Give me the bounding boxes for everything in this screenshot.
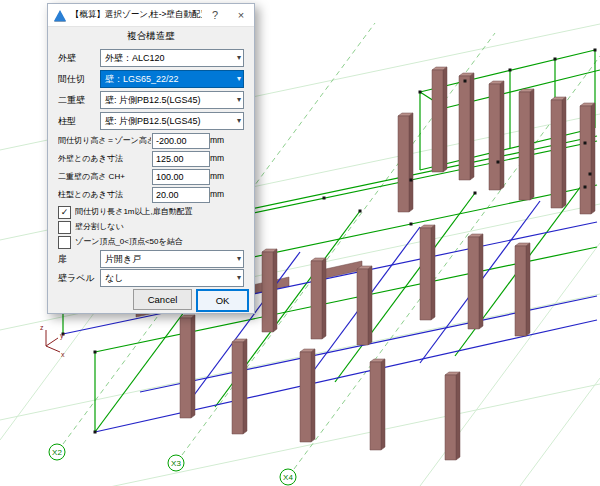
merge-vertices-checkbox-label: ゾーン頂点_0<頂点<50を結合 bbox=[75, 235, 250, 248]
axis-bubble-x3[interactable]: X3 bbox=[168, 455, 184, 471]
no-wall-split-checkbox-label: 壁分割しない bbox=[75, 220, 250, 233]
unit-mm: mm bbox=[210, 169, 224, 184]
partition-height-label: 間仕切り高さ＝ゾーン高さ bbox=[58, 133, 151, 148]
wall-label-select[interactable]: なし ▾ bbox=[100, 269, 244, 287]
double-wall-label: 二重壁 bbox=[58, 91, 85, 109]
axis-label-x2: X2 bbox=[52, 448, 62, 457]
partition-height-input[interactable] bbox=[152, 133, 210, 149]
dropdown-arrow-icon[interactable]: ▾ bbox=[237, 50, 241, 66]
outer-wall-select[interactable]: 外壁：ALC120 ▾ bbox=[100, 49, 244, 67]
double-wall-select[interactable]: 壁: 片側PB12.5(LGS45) ▾ bbox=[100, 91, 244, 109]
no-wall-split-checkbox[interactable] bbox=[58, 221, 71, 234]
unit-mm: mm bbox=[210, 187, 224, 202]
close-button[interactable]: × bbox=[228, 4, 254, 26]
door-value: 片開き戸 bbox=[105, 254, 141, 264]
double-wall-height-label: 二重壁の高さ CH+ bbox=[58, 169, 151, 184]
partition-label: 間仕切 bbox=[58, 70, 85, 88]
auto-door-checkbox-label: 間仕切り長さ1m以上,扉自動配置 bbox=[75, 205, 250, 218]
dialog-titlebar[interactable]: 【概算】選択ゾーン,柱->壁自動配置 ? × bbox=[48, 4, 254, 27]
outer-wall-gap-input[interactable] bbox=[152, 151, 210, 167]
triad-y-label: y bbox=[60, 332, 64, 340]
wall-label-label: 壁ラベル bbox=[58, 269, 95, 287]
ok-button[interactable]: OK bbox=[196, 289, 249, 312]
dropdown-arrow-icon[interactable]: ▾ bbox=[237, 71, 241, 87]
axis-label-x4: X4 bbox=[283, 473, 293, 482]
axis-bubble-x4[interactable]: X4 bbox=[280, 469, 296, 485]
auto-wall-placement-dialog: 【概算】選択ゾーン,柱->壁自動配置 ? × 複合構造壁 外壁 外壁：ALC12… bbox=[47, 3, 255, 314]
triad-z-label: z bbox=[40, 324, 44, 331]
auto-door-checkbox[interactable]: ✓ bbox=[58, 206, 71, 219]
wall-label-value: なし bbox=[105, 273, 123, 283]
dropdown-arrow-icon[interactable]: ▾ bbox=[237, 270, 241, 286]
cancel-button[interactable]: Cancel bbox=[133, 289, 192, 310]
merge-vertices-checkbox[interactable] bbox=[58, 236, 71, 249]
column-type-value: 壁: 片側PB12.5(LGS45) bbox=[105, 116, 201, 126]
column-gap-label: 柱型とのあき寸法 bbox=[58, 187, 151, 202]
column-gap-input[interactable] bbox=[152, 187, 210, 203]
help-button[interactable]: ? bbox=[202, 4, 228, 26]
app-icon bbox=[54, 10, 66, 21]
orientation-triad-icon: z x y bbox=[40, 324, 65, 358]
door-select[interactable]: 片開き戸 ▾ bbox=[100, 250, 244, 268]
column-type-select[interactable]: 壁: 片側PB12.5(LGS45) ▾ bbox=[100, 112, 244, 130]
partition-value: 壁：LGS65_22/22 bbox=[105, 74, 179, 84]
dropdown-arrow-icon[interactable]: ▾ bbox=[237, 92, 241, 108]
dialog-header: 複合構造壁 bbox=[48, 30, 254, 44]
dropdown-arrow-icon[interactable]: ▾ bbox=[237, 113, 241, 129]
axis-label-x3: X3 bbox=[171, 459, 181, 468]
triad-x-label: x bbox=[61, 351, 65, 358]
dialog-title: 【概算】選択ゾーン,柱->壁自動配置 bbox=[71, 9, 202, 21]
double-wall-value: 壁: 片側PB12.5(LGS45) bbox=[105, 95, 201, 105]
partition-select[interactable]: 壁：LGS65_22/22 ▾ bbox=[100, 70, 244, 88]
unit-mm: mm bbox=[210, 151, 224, 166]
column-type-label: 柱型 bbox=[58, 112, 76, 130]
outer-wall-gap-label: 外壁とのあき寸法 bbox=[58, 151, 151, 166]
outer-wall-label: 外壁 bbox=[58, 49, 76, 67]
door-label: 扉 bbox=[58, 250, 67, 268]
dropdown-arrow-icon[interactable]: ▾ bbox=[237, 251, 241, 267]
outer-wall-value: 外壁：ALC120 bbox=[105, 53, 165, 63]
axis-bubble-x2[interactable]: X2 bbox=[49, 444, 65, 460]
unit-mm: mm bbox=[210, 133, 224, 148]
double-wall-height-input[interactable] bbox=[152, 169, 210, 185]
